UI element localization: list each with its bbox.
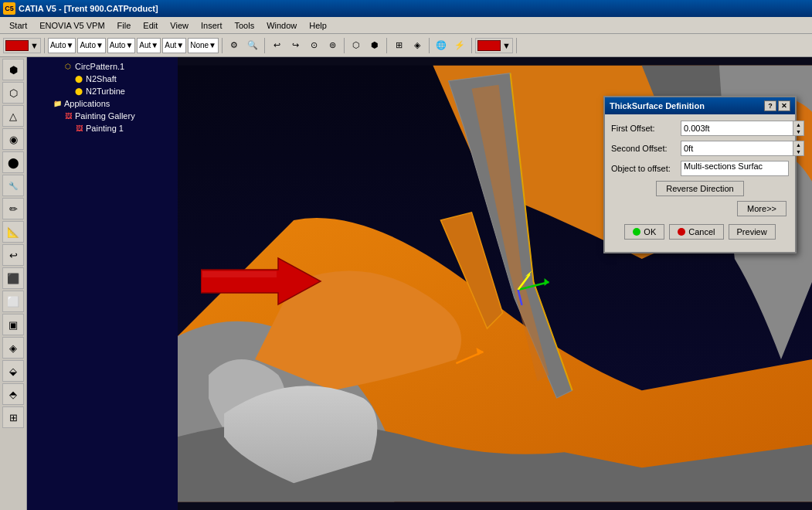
color-selector-2[interactable]: ▼ [475, 38, 513, 53]
object-offset-label: Object to offset: [611, 164, 681, 173]
toolbar-sep-4 [344, 38, 345, 53]
sidebar-btn-10[interactable]: ⬛ [2, 267, 24, 289]
menu-view[interactable]: View [164, 19, 195, 32]
reverse-direction-button[interactable]: Reverse Direction [656, 181, 743, 196]
toolbar-btn-12[interactable]: ⚡ [451, 37, 468, 54]
tree-item-painting1[interactable]: 🖼 Painting 1 [30, 122, 175, 134]
ok-button[interactable]: OK [624, 224, 664, 240]
tree-item-applications[interactable]: 📁 Applications [30, 97, 175, 110]
tree-icon-gallery: 🖼 [63, 110, 73, 121]
menu-window[interactable]: Window [260, 19, 303, 32]
menu-bar: Start ENOVIA V5 VPM File Edit View Inser… [0, 17, 812, 34]
sidebar-btn-2[interactable]: ⬡ [2, 82, 24, 104]
dialog-close-button[interactable]: ✕ [778, 100, 790, 111]
tree-item-painting-gallery[interactable]: 🖼 Painting Gallery [30, 110, 175, 122]
combo-auto-1[interactable]: Auto▼ [48, 38, 76, 53]
sidebar-btn-8[interactable]: 📐 [2, 221, 24, 243]
first-offset-up[interactable]: ▲ [793, 121, 804, 128]
preview-button[interactable]: Preview [729, 224, 776, 240]
combo-auto-2[interactable]: Auto▼ [77, 38, 105, 53]
more-button[interactable]: More>> [737, 201, 787, 216]
object-offset-row: Object to offset: Multi-sections Surfac [611, 161, 789, 176]
sidebar-btn-5[interactable]: ⬤ [2, 151, 24, 173]
menu-start[interactable]: Start [3, 19, 33, 32]
tree-panel: ⬡ CircPattern.1 ⬤ N2Shaft ⬤ [27, 57, 178, 510]
toolbar-btn-11[interactable]: 🌐 [433, 37, 450, 54]
sidebar-btn-13[interactable]: ◈ [2, 337, 24, 359]
combo-aut-2[interactable]: Aut▼ [162, 38, 186, 53]
toolbar-sep-6 [429, 38, 430, 53]
toolbar-btn-5[interactable]: ⊙ [305, 37, 322, 54]
color-preview-2 [477, 40, 501, 51]
sidebar-btn-6[interactable]: 🔧 [2, 175, 24, 196]
color-selector[interactable]: ▼ [3, 38, 41, 53]
toolbar-btn-1[interactable]: ⚙ [226, 37, 243, 54]
viewport[interactable]: ThickSurface Definition ? ✕ First Offset… [178, 57, 812, 510]
sidebar-btn-3[interactable]: △ [2, 105, 24, 127]
sidebar-btn-1[interactable]: ⬢ [2, 59, 24, 80]
sidebar-btn-11[interactable]: ⬜ [2, 291, 24, 312]
menu-file[interactable]: File [111, 19, 138, 32]
toolbar-sep-5 [386, 38, 387, 53]
second-offset-label: Second Offset: [611, 144, 681, 153]
reverse-direction-row: Reverse Direction [611, 181, 789, 196]
first-offset-down[interactable]: ▼ [793, 128, 804, 135]
second-offset-down[interactable]: ▼ [793, 148, 804, 155]
first-offset-input[interactable] [681, 121, 793, 135]
menu-edit[interactable]: Edit [137, 19, 164, 32]
dialog-body: First Offset: ▲ ▼ [605, 114, 795, 252]
first-offset-label: First Offset: [611, 124, 681, 133]
tree-item-n2turbine[interactable]: ⬤ N2Turbine [30, 85, 175, 97]
combo-auto-3[interactable]: Auto▼ [107, 38, 135, 53]
second-offset-row: Second Offset: ▲ ▼ [611, 141, 789, 156]
second-offset-spinners: ▲ ▼ [793, 141, 804, 155]
title-bar: C5 CATIA V5 - [Trent 900.CATProduct] [0, 0, 812, 17]
first-offset-input-wrap: ▲ ▼ [681, 121, 804, 136]
tree-item-circpattern[interactable]: ⬡ CircPattern.1 [30, 60, 175, 73]
toolbar-btn-6[interactable]: ⊚ [324, 37, 341, 54]
left-sidebar: ⬢ ⬡ △ ◉ ⬤ 🔧 ✏ 📐 ↩ ⬛ ⬜ ▣ ◈ ⬙ ⬘ ⊞ [0, 57, 27, 510]
sidebar-btn-15[interactable]: ⬘ [2, 383, 24, 405]
toolbar-separator [44, 38, 45, 53]
toolbar-btn-2[interactable]: 🔍 [244, 37, 261, 54]
dialog-overlay: ThickSurface Definition ? ✕ First Offset… [603, 96, 797, 253]
sidebar-btn-7[interactable]: ✏ [2, 198, 24, 219]
combo-none[interactable]: None▼ [188, 38, 219, 53]
menu-insert[interactable]: Insert [195, 19, 229, 32]
toolbar-btn-4[interactable]: ↪ [287, 37, 304, 54]
sidebar-btn-14[interactable]: ⬙ [2, 360, 24, 382]
red-arrow-indicator [201, 254, 324, 310]
combo-aut-1[interactable]: Aut▼ [137, 38, 161, 53]
dialog-titlebar-buttons: ? ✕ [764, 100, 790, 111]
toolbar-btn-7[interactable]: ⬡ [348, 37, 365, 54]
menu-tools[interactable]: Tools [228, 19, 260, 32]
color-preview [5, 40, 29, 51]
toolbar-btn-3[interactable]: ↩ [268, 37, 285, 54]
sidebar-btn-12[interactable]: ▣ [2, 314, 24, 335]
cancel-button[interactable]: Cancel [669, 224, 723, 240]
second-offset-up[interactable]: ▲ [793, 141, 804, 148]
tree-item-n2shaft[interactable]: ⬤ N2Shaft [30, 73, 175, 85]
tree-icon-painting: 🖼 [73, 123, 84, 134]
first-offset-spinners: ▲ ▼ [793, 121, 804, 135]
toolbar-sep-3 [264, 38, 265, 53]
menu-help[interactable]: Help [303, 19, 333, 32]
toolbar-sep-8 [516, 38, 517, 53]
dialog-help-button[interactable]: ? [764, 100, 776, 111]
toolbar-btn-10[interactable]: ◈ [409, 37, 426, 54]
dialog-title: ThickSurface Definition [610, 101, 705, 110]
more-row: More>> [611, 201, 789, 216]
sidebar-btn-16[interactable]: ⊞ [2, 406, 24, 428]
sidebar-btn-9[interactable]: ↩ [2, 244, 24, 266]
tree-icon-shaft: ⬤ [73, 73, 84, 84]
object-offset-input[interactable]: Multi-sections Surfac [681, 161, 789, 176]
app-icon: C5 [3, 2, 15, 15]
dialog-footer: OK Cancel Preview [611, 221, 789, 246]
toolbar-btn-9[interactable]: ⊞ [390, 37, 407, 54]
main-area: ⬢ ⬡ △ ◉ ⬤ 🔧 ✏ 📐 ↩ ⬛ ⬜ ▣ ◈ ⬙ ⬘ ⊞ ⬡ CircPa… [0, 57, 812, 510]
sidebar-btn-4[interactable]: ◉ [2, 128, 24, 150]
second-offset-input[interactable] [681, 141, 793, 155]
menu-enovia[interactable]: ENOVIA V5 VPM [33, 19, 110, 32]
svg-marker-8 [201, 258, 321, 304]
toolbar-btn-8[interactable]: ⬢ [366, 37, 383, 54]
